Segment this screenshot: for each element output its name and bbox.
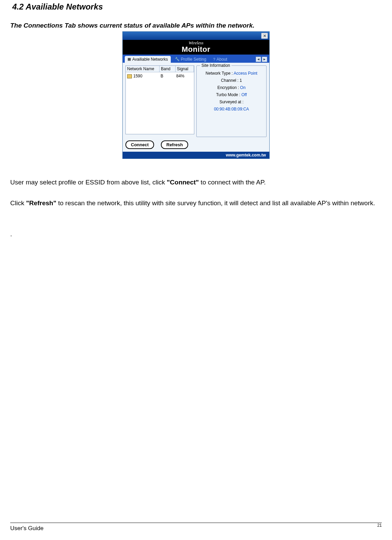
cell-signal: 84%: [175, 73, 194, 79]
networks-list[interactable]: Network Name Band Signal 1590 B 84%: [125, 65, 194, 134]
lone-period: .: [10, 230, 382, 238]
paragraph-connect: User may select profile or ESSID from ab…: [10, 176, 382, 189]
tab-scroll-right[interactable]: ►: [262, 57, 267, 62]
site-encryption: Encryption : On: [197, 85, 266, 90]
connect-button[interactable]: Connect: [125, 140, 154, 149]
page-footer: User's Guide 21: [10, 523, 382, 532]
tab-label: Profile Setting: [181, 57, 207, 62]
wireless-monitor-dialog: ✕ Wireless Monitor ▦ Availiable Networks…: [122, 31, 270, 159]
list-header: Network Name Band Signal: [126, 66, 194, 72]
refresh-button[interactable]: Refresh: [161, 140, 188, 149]
tab-scroll-left[interactable]: ◄: [256, 57, 261, 62]
tab-label: Availiable Networks: [132, 57, 168, 62]
section-heading: 4.2 Availiable Networks: [12, 2, 382, 12]
site-network-type: Network Type : Access Point: [197, 71, 266, 76]
footer-left: User's Guide: [10, 525, 44, 532]
tab-about[interactable]: ? About: [210, 56, 230, 63]
tab-bar: ▦ Availiable Networks 🔧 Profile Setting …: [123, 55, 269, 63]
screenshot-container: ✕ Wireless Monitor ▦ Availiable Networks…: [10, 31, 382, 159]
banner: Wireless Monitor: [123, 40, 269, 55]
paragraph-refresh: Click "Refresh" to rescan the network, t…: [10, 197, 382, 210]
page-number: 21: [377, 523, 382, 530]
dialog-client-area: Network Name Band Signal 1590 B 84%: [123, 63, 269, 152]
tab-profile-setting[interactable]: 🔧 Profile Setting: [172, 56, 209, 63]
lock-icon: [127, 74, 132, 78]
list-item[interactable]: 1590 B 84%: [126, 72, 194, 80]
profile-icon: 🔧: [175, 57, 180, 61]
titlebar: ✕: [123, 32, 269, 40]
intro-text: The Connections Tab shows current status…: [10, 22, 382, 29]
site-information-panel: Site Information Network Type : Access P…: [196, 65, 267, 137]
site-channel: Channel : 1: [197, 78, 266, 83]
networks-icon: ▦: [127, 57, 131, 61]
cell-band: B: [159, 73, 175, 79]
about-icon: ?: [213, 57, 215, 61]
banner-top: Wireless: [123, 41, 269, 45]
site-turbo: Turbo Mode : Off: [197, 92, 266, 97]
dialog-footer: www.gemtek.com.tw: [123, 152, 269, 159]
banner-bottom: Monitor: [123, 45, 269, 53]
tab-label: About: [216, 57, 227, 62]
cell-network-name: 1590: [126, 73, 159, 79]
site-surveyed-label: Surveyed at :: [197, 100, 266, 104]
close-button[interactable]: ✕: [261, 33, 268, 39]
tab-scroll: ◄ ►: [256, 57, 267, 63]
tab-available-networks[interactable]: ▦ Availiable Networks: [125, 56, 171, 63]
col-band[interactable]: Band: [160, 66, 176, 72]
col-signal[interactable]: Signal: [176, 66, 194, 72]
site-surveyed-mac: 00:90:4B:0B:09:CA: [197, 107, 266, 111]
site-info-legend: Site Information: [200, 63, 231, 68]
col-network-name[interactable]: Network Name: [126, 66, 160, 72]
